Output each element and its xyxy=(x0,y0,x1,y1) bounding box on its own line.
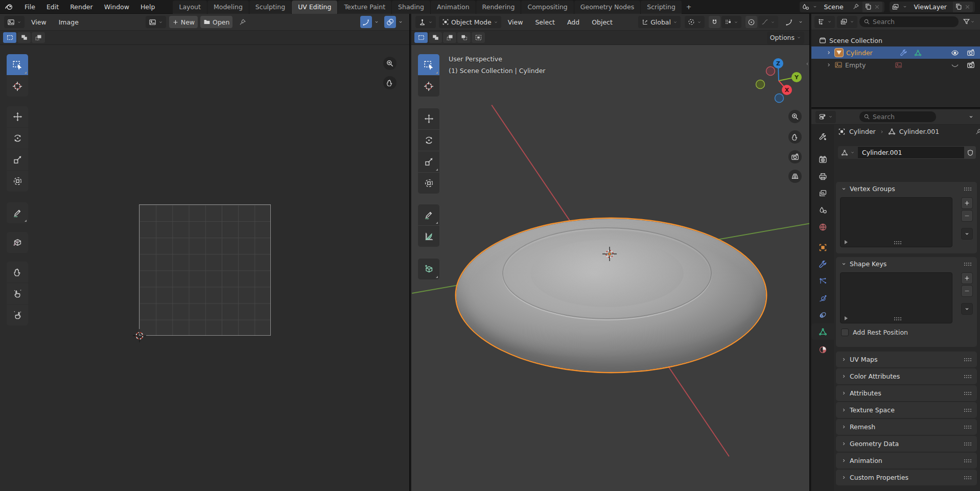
close-icon[interactable] xyxy=(964,4,971,10)
tool-grab[interactable] xyxy=(7,262,28,283)
hidden-eye-closed-icon[interactable] xyxy=(951,61,959,69)
open-image-button[interactable]: Open xyxy=(200,16,232,28)
view-layer-name[interactable]: ViewLayer xyxy=(911,3,950,11)
image-data-icon[interactable] xyxy=(895,61,902,69)
remove-vertex-group-button[interactable] xyxy=(961,210,973,222)
select-mode-set[interactable] xyxy=(414,32,428,43)
show-gizmo-toggle[interactable] xyxy=(360,16,372,28)
breadcrumb-data[interactable]: Cylinder.001 xyxy=(899,128,939,135)
navigation-gizmo[interactable]: Z Y X xyxy=(756,58,802,104)
tool-pinch[interactable] xyxy=(7,305,28,325)
scene-name[interactable]: Scene xyxy=(821,3,849,11)
tool-add-cube[interactable] xyxy=(418,259,439,279)
proportional-falloff-dropdown[interactable] xyxy=(758,16,778,28)
panel-texture-space[interactable]: Texture Space xyxy=(836,402,977,418)
select-mode-extend[interactable] xyxy=(429,32,442,43)
mesh-data-icon[interactable] xyxy=(914,49,922,57)
pin-icon[interactable] xyxy=(239,18,246,26)
tab-physics[interactable] xyxy=(811,290,834,306)
zoom-button[interactable] xyxy=(788,110,802,123)
tab-sculpting[interactable]: Sculpting xyxy=(249,1,291,14)
gizmo-axis-x-neg[interactable] xyxy=(766,67,775,76)
vertex-group-specials-button[interactable] xyxy=(961,228,973,240)
modifier-wrench-icon[interactable] xyxy=(900,49,907,57)
gizmo-axis-z[interactable]: Z xyxy=(773,58,783,68)
outliner-search[interactable] xyxy=(859,16,959,27)
panel-grip[interactable] xyxy=(964,391,972,395)
select-mode-subtract[interactable] xyxy=(32,32,45,43)
tool-relax[interactable] xyxy=(7,283,28,304)
tab-animation[interactable]: Animation xyxy=(431,1,476,14)
tab-shading[interactable]: Shading xyxy=(392,1,430,14)
tool-transform[interactable] xyxy=(7,171,28,192)
tab-layout[interactable]: Layout xyxy=(173,1,207,14)
fake-user-shield-button[interactable] xyxy=(965,146,976,159)
tool-annotate[interactable] xyxy=(418,204,439,225)
tool-measure[interactable] xyxy=(418,226,439,247)
perspective-toggle-button[interactable] xyxy=(788,170,802,183)
editor-type-button[interactable] xyxy=(415,16,436,28)
vertex-groups-list[interactable] xyxy=(840,197,952,247)
tool-transform[interactable] xyxy=(418,173,439,194)
tab-output[interactable] xyxy=(811,168,834,184)
filter-dropdown[interactable] xyxy=(961,16,977,28)
show-overlays-toggle[interactable] xyxy=(384,16,396,28)
menu-render[interactable]: Render xyxy=(64,3,99,11)
tab-scene[interactable] xyxy=(811,202,834,218)
tool-move[interactable] xyxy=(418,108,439,129)
panel-geometry-data[interactable]: Geometry Data xyxy=(836,436,977,452)
panel-color-attributes[interactable]: Color Attributes xyxy=(836,368,977,384)
tool-select-box[interactable] xyxy=(7,54,28,75)
options-button[interactable]: Options xyxy=(767,32,804,44)
tab-compositing[interactable]: Compositing xyxy=(521,1,573,14)
copy-icon[interactable] xyxy=(955,3,962,10)
vp-menu-view[interactable]: View xyxy=(502,18,529,26)
uv-canvas[interactable] xyxy=(0,45,409,491)
collapse-chevron-icon[interactable] xyxy=(841,186,847,192)
panel-grip[interactable] xyxy=(964,425,972,429)
panel-grip[interactable] xyxy=(964,408,972,412)
vp-menu-object[interactable]: Object xyxy=(586,18,618,26)
list-grip[interactable] xyxy=(894,317,902,320)
add-workspace-button[interactable]: + xyxy=(682,1,695,14)
show-gizmo-toggle[interactable] xyxy=(783,16,795,28)
tab-modifiers[interactable] xyxy=(811,256,834,272)
list-grip[interactable] xyxy=(894,241,902,244)
add-rest-position-checkbox[interactable] xyxy=(841,329,849,336)
tool-scale[interactable] xyxy=(418,151,439,172)
mode-dropdown[interactable]: Object Mode xyxy=(439,16,501,28)
tab-modeling[interactable]: Modeling xyxy=(207,1,249,14)
panel-custom-properties[interactable]: Custom Properties xyxy=(836,470,977,485)
tab-tool[interactable] xyxy=(811,129,834,145)
remove-shape-key-button[interactable] xyxy=(961,285,973,297)
tab-geometry-nodes[interactable]: Geometry Nodes xyxy=(574,1,640,14)
breadcrumb-object[interactable]: Cylinder xyxy=(849,128,876,135)
panel-grip[interactable] xyxy=(964,358,972,361)
tool-select-box[interactable] xyxy=(418,54,439,75)
editor-type-button[interactable] xyxy=(4,16,25,28)
tab-render[interactable] xyxy=(811,151,834,168)
tool-rip-region[interactable] xyxy=(7,232,28,253)
tab-texture-paint[interactable]: Texture Paint xyxy=(338,1,391,14)
panel-remesh[interactable]: Remesh xyxy=(836,419,977,435)
add-shape-key-button[interactable] xyxy=(961,272,973,284)
scene-selector[interactable]: Scene xyxy=(800,2,884,12)
menu-window[interactable]: Window xyxy=(99,3,135,11)
list-expand-icon[interactable] xyxy=(845,240,848,244)
hide-eye-icon[interactable] xyxy=(951,49,959,57)
tool-move[interactable] xyxy=(7,106,28,127)
select-mode-invert[interactable] xyxy=(457,32,471,43)
tab-material[interactable] xyxy=(811,341,834,358)
outliner-row-scene-collection[interactable]: Scene Collection xyxy=(811,34,980,46)
panel-uv-maps[interactable]: UV Maps xyxy=(836,352,977,367)
pan-button[interactable] xyxy=(383,76,396,89)
image-browse-button[interactable] xyxy=(146,16,166,28)
gizmo-axis-x[interactable]: X xyxy=(782,85,792,95)
expand-chevron-icon[interactable] xyxy=(826,62,832,68)
editor-type-button[interactable] xyxy=(814,16,835,28)
tab-object[interactable] xyxy=(811,239,834,255)
panel-grip[interactable] xyxy=(964,442,972,446)
select-mode-intersect[interactable] xyxy=(472,32,485,43)
tab-world[interactable] xyxy=(811,219,834,235)
viewport-canvas[interactable]: User Perspective (1) Scene Collection | … xyxy=(411,45,809,491)
